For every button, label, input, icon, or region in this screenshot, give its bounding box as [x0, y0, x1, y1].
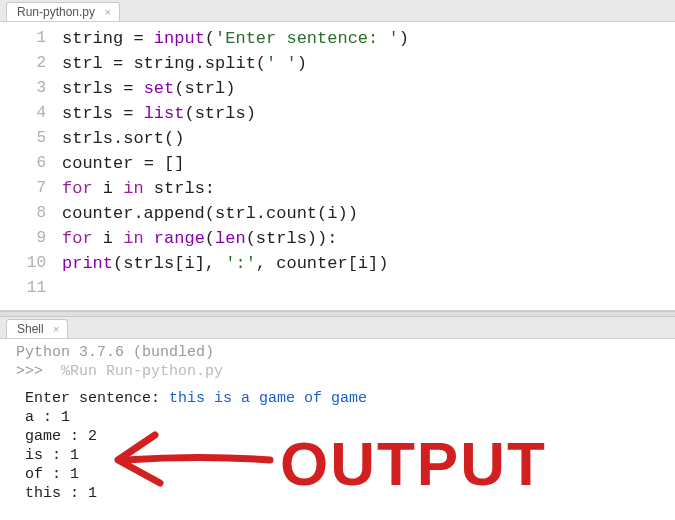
code-line [62, 276, 409, 301]
shell-prompt: >>> [16, 363, 43, 380]
line-number: 3 [0, 76, 46, 101]
output-line: of : 1 [16, 465, 675, 484]
code-line: print(strls[i], ':', counter[i]) [62, 251, 409, 276]
shell-pane[interactable]: Python 3.7.6 (bundled) >>> %Run Run-pyth… [0, 339, 675, 503]
input-prompt: Enter sentence: [25, 390, 169, 407]
output-line: game : 2 [16, 427, 675, 446]
code-line: strls = list(strls) [62, 101, 409, 126]
output-line: a : 1 [16, 408, 675, 427]
run-command: %Run Run-python.py [52, 363, 223, 380]
shell-input-echo: Enter sentence: this is a game of game [16, 389, 675, 408]
line-number: 4 [0, 101, 46, 126]
code-line: for i in strls: [62, 176, 409, 201]
line-number: 1 [0, 26, 46, 51]
line-number: 10 [0, 251, 46, 276]
close-icon[interactable]: × [104, 6, 110, 18]
code-line: counter = [] [62, 151, 409, 176]
shell-tab-label: Shell [17, 322, 44, 336]
user-input: this is a game of game [169, 390, 367, 407]
shell-prompt-line: >>> %Run Run-python.py [16, 362, 675, 381]
code-line: counter.append(strl.count(i)) [62, 201, 409, 226]
editor-tab[interactable]: Run-python.py × [6, 2, 120, 21]
code-area[interactable]: string = input('Enter sentence: ')strl =… [56, 22, 409, 310]
shell-tab-bar: Shell × [0, 317, 675, 339]
code-line: strl = string.split(' ') [62, 51, 409, 76]
shell-tab[interactable]: Shell × [6, 319, 68, 338]
output-line: this : 1 [16, 484, 675, 503]
line-number-gutter: 1234567891011 [0, 22, 56, 310]
line-number: 2 [0, 51, 46, 76]
close-icon[interactable]: × [53, 323, 59, 335]
editor-tab-bar: Run-python.py × [0, 0, 675, 22]
code-line: strls.sort() [62, 126, 409, 151]
python-version: Python 3.7.6 (bundled) [16, 343, 675, 362]
line-number: 8 [0, 201, 46, 226]
line-number: 6 [0, 151, 46, 176]
code-line: for i in range(len(strls)): [62, 226, 409, 251]
output-line: is : 1 [16, 446, 675, 465]
line-number: 7 [0, 176, 46, 201]
code-line: strls = set(strl) [62, 76, 409, 101]
editor-tab-label: Run-python.py [17, 5, 95, 19]
code-line: string = input('Enter sentence: ') [62, 26, 409, 51]
line-number: 9 [0, 226, 46, 251]
shell-output: a : 1 game : 2 is : 1 of : 1 this : 1 [16, 408, 675, 503]
code-editor[interactable]: 1234567891011 string = input('Enter sent… [0, 22, 675, 311]
line-number: 11 [0, 276, 46, 301]
line-number: 5 [0, 126, 46, 151]
